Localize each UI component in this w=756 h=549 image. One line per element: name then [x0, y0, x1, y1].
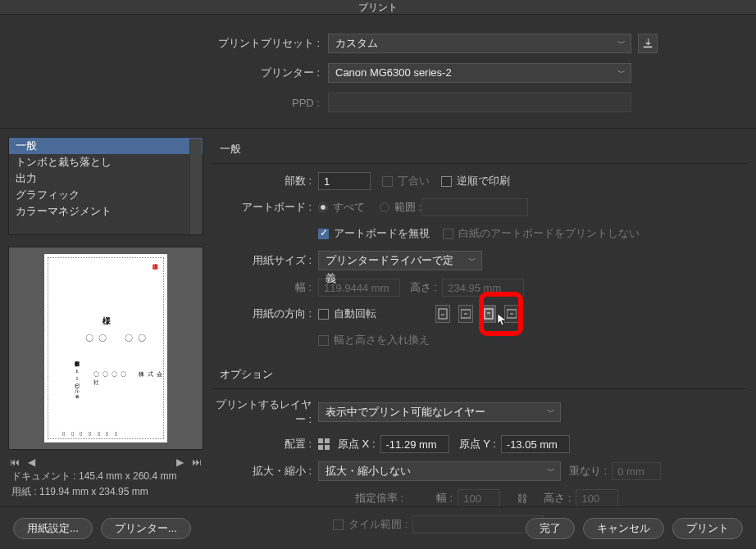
- preview-oo1: 〇〇 〇〇: [85, 333, 151, 344]
- layers-label: プリントするレイヤー :: [212, 397, 318, 427]
- list-item-color[interactable]: カラーマネジメント: [9, 203, 203, 220]
- preset-value: カスタム: [335, 37, 378, 49]
- checkbox-icon: [382, 176, 393, 187]
- copies-input[interactable]: [318, 172, 371, 190]
- download-icon: [642, 38, 654, 49]
- section-general-title: 一般: [220, 142, 748, 157]
- preview-pane: 請求書在中 様 〇〇 〇〇 東京都〇〇区１−１−１ 〇〇ビル２F 〇〇〇〇 株式…: [8, 247, 203, 450]
- preview-oo2: 〇〇〇〇 株式会社: [93, 370, 167, 387]
- list-item-graphics[interactable]: グラフィック: [9, 187, 203, 203]
- skip-blank-check: 白紙のアートボードをプリントしない: [443, 226, 640, 241]
- media-label: 用紙サイズ :: [212, 253, 318, 268]
- scale-h-label: 高さ :: [544, 491, 571, 506]
- page-setup-button[interactable]: 用紙設定...: [13, 518, 93, 539]
- media-select[interactable]: プリンタードライバーで定義 ﹀: [318, 251, 482, 270]
- print-button[interactable]: プリント: [672, 518, 743, 539]
- list-item-marks[interactable]: トンボと裁ち落とし: [9, 154, 203, 170]
- nav-first-icon[interactable]: ⏮: [10, 456, 20, 468]
- list-scrollbar[interactable]: [189, 138, 202, 235]
- window-title: プリント: [0, 0, 756, 15]
- section-list[interactable]: 一般 トンボと裁ち落とし 出力 グラフィック カラーマネジメント: [8, 137, 203, 235]
- origin-y-label: 原点 Y :: [459, 437, 496, 451]
- scale-pct-label: 指定倍率 :: [333, 491, 410, 506]
- artboard-range-radio: 範囲 :: [380, 200, 421, 215]
- copies-label: 部数 :: [212, 174, 318, 188]
- cancel-button[interactable]: キャンセル: [583, 518, 664, 539]
- top-form: プリントプリセット : カスタム ﹀ プリンター : Canon MG6300 …: [0, 15, 756, 129]
- origin-x-input[interactable]: [380, 435, 449, 453]
- preview-envelope: 請求書在中 様 〇〇 〇〇 東京都〇〇区１−１−１ 〇〇ビル２F 〇〇〇〇 株式…: [44, 254, 167, 442]
- media-size-line: 用紙 : 119.94 mm x 234.95 mm: [8, 483, 203, 499]
- chevron-down-icon: ﹀: [547, 403, 555, 421]
- transverse-check: 幅と高さを入れ換え: [318, 333, 430, 347]
- origin-y-input[interactable]: [501, 435, 570, 453]
- radio-icon: [380, 202, 389, 212]
- artboard-label: アートボード :: [212, 200, 318, 215]
- document-size-line: ドキュメント : 145.4 mm x 260.4 mm: [8, 468, 203, 483]
- overlap-label: 重なり :: [569, 464, 607, 479]
- artboard-range-input: [421, 198, 528, 216]
- orientation-label: 用紙の方向 :: [212, 306, 318, 321]
- chevron-down-icon: ﹀: [547, 462, 555, 480]
- width-label: 幅 :: [212, 280, 318, 295]
- cursor-icon: [497, 313, 510, 326]
- section-options-title: オプション: [220, 367, 748, 382]
- overlap-input: [612, 462, 661, 480]
- preview-postal: ▯ ▯ ▯ ▯ ▯ ▯ ▯: [62, 430, 120, 436]
- layers-select[interactable]: 表示中でプリント可能なレイヤー ﹀: [318, 402, 561, 422]
- ppd-select: [328, 93, 631, 112]
- scale-select[interactable]: 拡大・縮小しない ﹀: [318, 461, 561, 481]
- chevron-down-icon: ﹀: [617, 34, 626, 52]
- radio-icon: [318, 202, 328, 212]
- height-label: 高さ :: [410, 280, 437, 295]
- placement-grid-icon[interactable]: [318, 438, 330, 450]
- link-icon: ⛓: [517, 492, 527, 505]
- footer: 用紙設定... プリンター... 完了 キャンセル プリント: [0, 506, 756, 549]
- scale-label: 拡大・縮小 :: [212, 464, 318, 479]
- chevron-down-icon: ﹀: [617, 64, 626, 82]
- nav-next-icon[interactable]: ▶: [176, 456, 184, 468]
- scale-h-input: [576, 489, 618, 507]
- placement-label: 配置 :: [212, 437, 318, 451]
- scale-w-input: [458, 489, 500, 507]
- preset-select[interactable]: カスタム ﹀: [328, 34, 631, 53]
- list-item-output[interactable]: 出力: [9, 170, 203, 187]
- layers-value: 表示中でプリント可能なレイヤー: [326, 406, 485, 418]
- nav-prev-icon[interactable]: ◀: [28, 456, 35, 468]
- preview-nav: ⏮ ◀ ▶ ⏭: [8, 450, 203, 468]
- printer-label: プリンター :: [16, 66, 328, 80]
- origin-x-label: 原点 X :: [338, 437, 376, 451]
- collate-check: 丁合い: [382, 174, 430, 188]
- scale-w-label: 幅 :: [436, 491, 453, 506]
- checkbox-icon: [318, 309, 329, 320]
- landscape-left-icon: [461, 308, 471, 320]
- save-preset-button[interactable]: [638, 34, 658, 53]
- artboard-all-radio: すべて: [318, 200, 365, 215]
- chevron-down-icon: ﹀: [468, 252, 476, 270]
- annotation-highlight: [479, 292, 523, 336]
- checkbox-checked-icon: [318, 229, 329, 239]
- checkbox-icon: [441, 176, 452, 187]
- printer-value: Canon MG6300 series-2: [335, 66, 452, 79]
- portrait-up-icon: [438, 308, 448, 320]
- done-button[interactable]: 完了: [526, 518, 575, 539]
- ppd-label: PPD :: [16, 97, 328, 109]
- list-item-general[interactable]: 一般: [9, 138, 203, 154]
- svg-rect-0: [439, 309, 447, 319]
- ignore-artboards-check[interactable]: アートボードを無視: [318, 226, 430, 241]
- orientation-portrait-up[interactable]: [435, 305, 450, 323]
- orientation-landscape-left[interactable]: [458, 305, 473, 323]
- reverse-order-check[interactable]: 逆順で印刷: [441, 174, 510, 188]
- checkbox-icon: [318, 335, 329, 346]
- nav-last-icon[interactable]: ⏭: [192, 456, 202, 468]
- checkbox-icon: [443, 229, 453, 239]
- auto-rotate-check[interactable]: 自動回転: [318, 306, 376, 321]
- preview-addr1: 東京都〇〇区１−１−１ 〇〇ビル２F: [73, 357, 80, 398]
- preset-label: プリントプリセット :: [16, 36, 328, 51]
- printer-select[interactable]: Canon MG6300 series-2 ﹀: [328, 63, 631, 83]
- scale-value: 拡大・縮小しない: [326, 465, 411, 477]
- printer-setup-button[interactable]: プリンター...: [101, 518, 191, 539]
